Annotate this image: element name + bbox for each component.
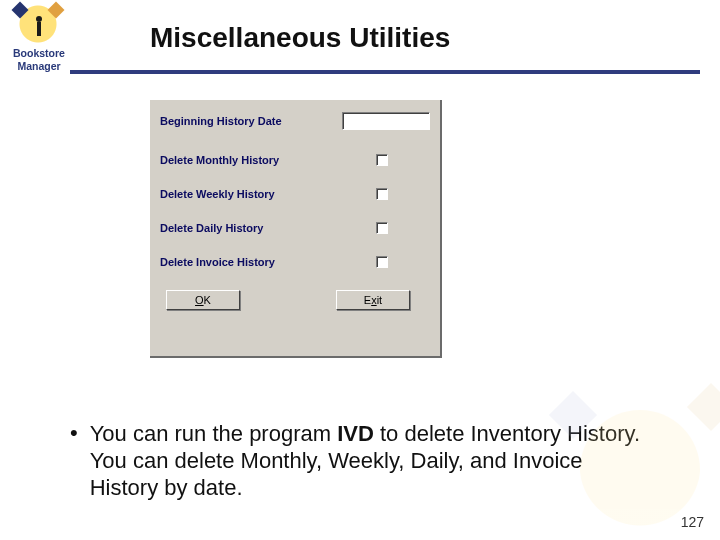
exit-post: it — [377, 294, 383, 306]
checkbox-delete-daily[interactable] — [376, 222, 388, 234]
dialog-button-row: OK Exit — [160, 290, 430, 310]
bullet-dot-icon: • — [70, 420, 78, 446]
logo-text-line1: Bookstore — [8, 48, 70, 59]
bullet-bold: IVD — [337, 421, 374, 446]
ok-rest: K — [204, 294, 211, 306]
label-delete-weekly: Delete Weekly History — [160, 188, 275, 200]
checkbox-delete-invoice[interactable] — [376, 256, 388, 268]
row-delete-weekly: Delete Weekly History — [160, 188, 430, 200]
logo-text-line2: Manager — [8, 61, 70, 72]
row-delete-daily: Delete Daily History — [160, 222, 430, 234]
row-delete-invoice: Delete Invoice History — [160, 256, 430, 268]
row-beginning-date: Beginning History Date — [160, 112, 430, 130]
title-rule — [70, 70, 700, 74]
label-delete-monthly: Delete Monthly History — [160, 154, 279, 166]
logo: Bookstore Manager — [8, 2, 70, 72]
exit-button[interactable]: Exit — [336, 290, 410, 310]
slide: Bookstore Manager Miscellaneous Utilitie… — [0, 0, 720, 540]
input-beginning-date[interactable] — [342, 112, 430, 130]
ivd-dialog: Beginning History Date Delete Monthly Hi… — [150, 100, 442, 358]
label-delete-daily: Delete Daily History — [160, 222, 263, 234]
checkbox-delete-weekly[interactable] — [376, 188, 388, 200]
ok-mnemonic: O — [195, 294, 204, 306]
checkbox-delete-monthly[interactable] — [376, 154, 388, 166]
page-title: Miscellaneous Utilities — [150, 22, 450, 54]
label-beginning-date: Beginning History Date — [160, 115, 282, 127]
page-number: 127 — [681, 514, 704, 530]
ok-button[interactable]: OK — [166, 290, 240, 310]
logo-icon — [8, 2, 70, 46]
bullet-pre: You can run the program — [90, 421, 337, 446]
label-delete-invoice: Delete Invoice History — [160, 256, 275, 268]
row-delete-monthly: Delete Monthly History — [160, 154, 430, 166]
